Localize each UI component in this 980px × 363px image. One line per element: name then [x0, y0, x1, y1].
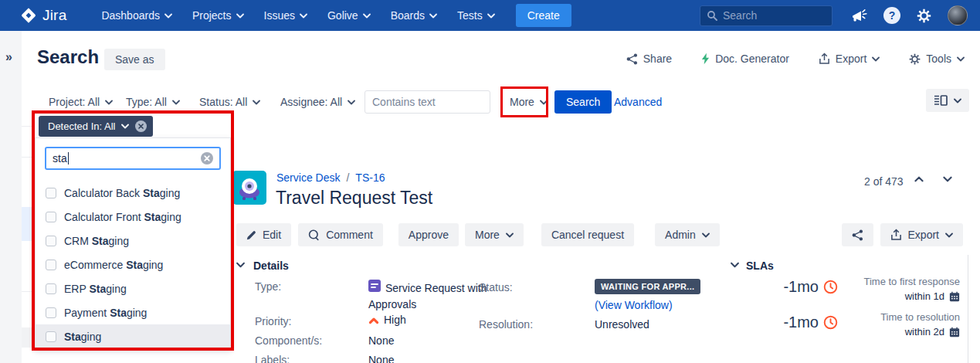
view-layout-switcher[interactable]: [926, 89, 969, 112]
nav-item-boards[interactable]: Boards: [382, 5, 446, 26]
issue-share-button[interactable]: [842, 223, 873, 246]
calendar-icon[interactable]: [949, 291, 960, 302]
sla-overdue-clock-icon: [823, 315, 838, 330]
details-collapse-icon[interactable]: [236, 262, 245, 268]
more-actions-button[interactable]: More: [465, 223, 524, 246]
list-item[interactable]: Calculator Back Staging: [36, 181, 230, 205]
sla-due: within 1d: [905, 290, 960, 302]
checkbox[interactable]: [46, 188, 56, 198]
user-avatar[interactable]: [948, 5, 968, 25]
option-label: CRM Staging: [64, 235, 129, 247]
nav-item-dashboards[interactable]: Dashboards: [93, 5, 181, 26]
view-workflow-link[interactable]: (View Workflow): [595, 299, 673, 311]
breadcrumb: Service Desk / TS-16: [276, 171, 385, 184]
sla-due: within 2d: [905, 326, 960, 338]
admin-menu-button[interactable]: Admin: [655, 223, 720, 246]
checkbox[interactable]: [46, 260, 56, 270]
checkbox[interactable]: [46, 307, 56, 318]
checkbox[interactable]: [46, 212, 56, 222]
option-label: ERP Staging: [64, 283, 127, 295]
comment-button[interactable]: Comment: [298, 223, 383, 246]
list-item-highlighted[interactable]: Staging: [36, 324, 230, 348]
contains-text-input[interactable]: [365, 90, 490, 114]
list-item[interactable]: eCommerce Staging: [36, 253, 230, 276]
export-icon: [890, 229, 902, 241]
list-item[interactable]: Calculator Front Staging: [36, 205, 230, 229]
calendar-icon[interactable]: [949, 327, 960, 338]
doc-generator-button[interactable]: Doc. Generator: [701, 53, 789, 65]
chevron-down-icon: [487, 13, 495, 19]
global-search-placeholder: Search: [723, 9, 757, 22]
expand-sidebar-button[interactable]: »: [5, 50, 12, 64]
advanced-search-link[interactable]: Advanced: [614, 96, 662, 108]
option-text-pre: Payment: [64, 307, 110, 319]
cancel-request-button[interactable]: Cancel request: [541, 223, 634, 246]
chevron-down-icon: [236, 13, 244, 19]
checkbox[interactable]: [46, 283, 56, 294]
result-pager-text: 2 of 473: [864, 175, 904, 188]
breadcrumb-issue-key-link[interactable]: TS-16: [355, 171, 385, 184]
jira-logo[interactable]: Jira: [20, 7, 66, 24]
option-text-post: ging: [143, 259, 163, 271]
type-label: Type:: [255, 280, 281, 293]
checkbox[interactable]: [46, 236, 56, 246]
nav-item-issues[interactable]: Issues: [256, 5, 316, 26]
list-item[interactable]: CRM Staging: [36, 229, 230, 253]
chevron-down-icon: [300, 13, 307, 19]
export-icon: [819, 53, 830, 65]
resolution-value: Unresolved: [595, 318, 649, 331]
share-button[interactable]: Share: [626, 53, 672, 65]
nav-item-projects[interactable]: Projects: [184, 5, 253, 26]
option-label: eCommerce Staging: [64, 259, 163, 271]
filter-project-dropdown[interactable]: Project: All: [49, 96, 113, 108]
issue-export-button[interactable]: Export: [880, 223, 963, 246]
option-label: Payment Staging: [64, 307, 147, 319]
background-selected-row: [22, 207, 32, 241]
nav-menu: Dashboards Projects Issues Golive Boards…: [93, 5, 503, 26]
clear-search-icon[interactable]: [201, 152, 213, 165]
export-menu-button[interactable]: Export: [819, 53, 880, 65]
option-text-post: ging: [127, 307, 147, 319]
option-text-post: ging: [161, 211, 181, 223]
nav-item-golive[interactable]: Golive: [319, 5, 379, 26]
filter-more-dropdown[interactable]: More: [510, 96, 548, 108]
background-row-line: [22, 157, 32, 158]
background-hover-row: [22, 327, 32, 348]
detected-in-filter-pill[interactable]: Detected In: All: [39, 116, 153, 137]
global-search-input[interactable]: Search: [700, 5, 832, 26]
chevron-down-icon: [121, 124, 129, 129]
save-as-button[interactable]: Save as: [104, 49, 165, 70]
chevron-down-icon: [872, 56, 880, 62]
text-caret: [68, 152, 69, 165]
edit-button[interactable]: Edit: [236, 223, 291, 246]
chevron-down-icon: [172, 100, 180, 105]
option-text-post: ging: [109, 235, 129, 247]
filter-status-dropdown[interactable]: Status: All: [199, 96, 260, 108]
previous-issue-button[interactable]: [914, 176, 924, 182]
priority-label: Priority:: [255, 315, 291, 327]
breadcrumb-separator: /: [346, 171, 349, 184]
filter-assignee-dropdown[interactable]: Assignee: All: [280, 96, 355, 108]
slas-collapse-icon[interactable]: [731, 262, 739, 268]
remove-filter-icon[interactable]: [135, 120, 147, 132]
approve-button[interactable]: Approve: [398, 223, 459, 246]
announcements-icon[interactable]: [851, 8, 867, 23]
option-search-input[interactable]: sta: [45, 147, 221, 170]
list-item[interactable]: ERP Staging: [36, 276, 230, 300]
create-button[interactable]: Create: [516, 4, 571, 27]
next-issue-button[interactable]: [943, 176, 952, 182]
collapsed-sidebar: »: [0, 31, 22, 363]
tools-menu-button[interactable]: Tools: [909, 53, 965, 65]
nav-item-tests[interactable]: Tests: [449, 5, 504, 26]
search-submit-button[interactable]: Search: [554, 90, 612, 114]
help-icon[interactable]: ?: [883, 7, 900, 24]
chevron-down-icon: [506, 232, 514, 238]
option-text-match: Sta: [89, 283, 106, 295]
issue-action-bar-right: Export: [842, 223, 963, 246]
list-item[interactable]: Payment Staging: [36, 300, 230, 324]
checkbox[interactable]: [46, 331, 56, 342]
filter-type-dropdown[interactable]: Type: All: [126, 96, 180, 108]
breadcrumb-project-link[interactable]: Service Desk: [276, 171, 340, 184]
top-navigation-bar: Jira Dashboards Projects Issues Golive B…: [0, 0, 980, 31]
settings-gear-icon[interactable]: [917, 8, 931, 23]
